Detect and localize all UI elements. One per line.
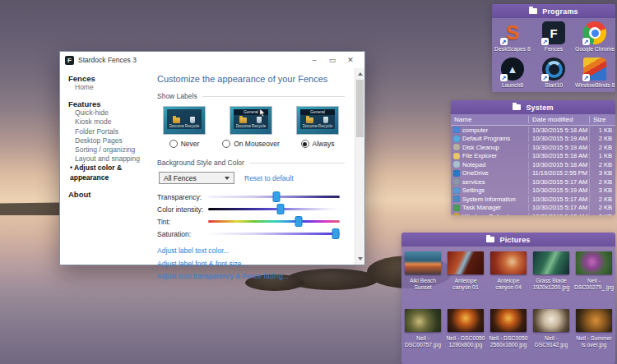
picture-item-grass-blade-1920x1200-jpg[interactable]: Grass Blade 1920x1200.jpg — [530, 247, 573, 304]
close-button[interactable]: ✕ — [341, 52, 360, 68]
picture-label: Neil - DSC0050 1280x800.jpg — [445, 335, 486, 348]
program-item-windowblinds-8[interactable]: ↗WindowBlinds 8 — [574, 56, 615, 92]
sidebar-header-features[interactable]: Features — [68, 99, 151, 108]
system-item-default-programs[interactable]: Default Programs10/30/2015 5:19 AM2 KB — [451, 135, 615, 144]
sidebar-item-layout-and-snapping[interactable]: Layout and snapping — [68, 154, 151, 164]
radio-option-on-mouseover[interactable]: On Mouseover — [222, 140, 280, 148]
picture-thumbnail — [576, 251, 612, 274]
radio-always[interactable] — [301, 140, 309, 148]
fence-pictures-titlebar[interactable]: Pictures — [401, 233, 615, 247]
sidebar-header-fences[interactable]: Fences — [68, 74, 151, 83]
slider-row-transparency: Transparency: — [157, 191, 345, 203]
sidebar-item-sorting-organizing[interactable]: Sorting / organizing — [68, 145, 151, 154]
picture-item-neil-dsc00757-jpg[interactable]: Neil - DSC00757.jpg — [401, 304, 444, 362]
picture-item-neil-summer-is-over-jpg[interactable]: Neil - Summer is over.jpg — [573, 304, 615, 362]
link-adjust-label-text-color[interactable]: Adjust label text color... — [157, 247, 345, 255]
picture-label: Neil - DSC9142.jpg — [531, 335, 572, 348]
picture-item-antelope-canyon-01-1920x1280-jpg[interactable]: Antelope canyon 01 1920x1280.jpg — [444, 247, 487, 304]
show-label-option-always: GeneralDocumentsRecycle BinAlways — [290, 106, 345, 148]
window-titlebar[interactable]: F Stardock Fences 3 – ▭ ✕ — [60, 52, 364, 68]
system-item-services[interactable]: services10/30/2015 5:17 AM2 KB — [451, 177, 615, 187]
scrollbar-thumb[interactable] — [356, 80, 364, 137]
slider-track[interactable] — [208, 233, 340, 235]
sidebar-header-about[interactable]: About — [68, 190, 151, 199]
program-item-deskscapes-8[interactable]: S↗DeskScapes 8 — [492, 20, 533, 56]
system-item-label: Task Manager — [462, 204, 501, 211]
slider-thumb[interactable] — [277, 204, 285, 214]
adjust-links: Adjust label text color...Adjust label f… — [157, 247, 345, 280]
fence-programs-titlebar[interactable]: Programs — [492, 4, 615, 18]
fence-system-titlebar[interactable]: System — [451, 100, 615, 114]
scroll-down-icon[interactable] — [358, 257, 363, 260]
system-item-disk-cleanup[interactable]: Disk Cleanup10/30/2015 5:19 AM2 KB — [451, 143, 615, 152]
picture-item-alki-beach-sunset-1920x1080-jpg[interactable]: Alki Beach Sunset 1920x1080.jpg — [401, 247, 444, 304]
mini-fence: DocumentsRecycle Bin — [167, 109, 202, 129]
program-item-launch8[interactable]: ▲↗Launch8 — [492, 56, 533, 92]
mini-icon-label: Documents — [169, 124, 184, 128]
picture-thumbnail — [533, 309, 569, 332]
system-item-date: 10/30/2015 5:17 AM — [528, 204, 589, 211]
system-item-computer[interactable]: computer10/30/2015 5:18 AM1 KB — [451, 126, 615, 135]
program-item-fences[interactable]: F↗Fences — [533, 20, 574, 56]
picture-item-neil-dsc0050-2560x1600-jpg[interactable]: Neil - DSC0050 2560x1600.jpg — [487, 304, 530, 362]
system-item-notepad[interactable]: Notepad10/30/2015 5:18 AM2 KB — [451, 160, 615, 169]
system-item-settings[interactable]: Settings10/30/2015 5:19 AM3 KB — [451, 187, 615, 196]
settings-content: Customize the appearance of your Fences … — [151, 68, 364, 265]
system-item-date: 10/30/2015 5:19 AM — [528, 144, 589, 151]
system-item-label: Notepad — [462, 161, 485, 168]
scroll-up-icon[interactable] — [358, 72, 363, 76]
slider-thumb[interactable] — [295, 216, 303, 227]
link-adjust-icon-transparency-fence-fading[interactable]: Adjust icon transparency & Fence fading.… — [157, 272, 345, 280]
radio-option-never[interactable]: Never — [169, 140, 200, 148]
system-item-date: 10/30/2015 5:17 AM — [528, 178, 589, 186]
fence-preview-on-mouseover: GeneralDocumentsRecycle Bin — [230, 106, 272, 135]
mini-fence: GeneralDocumentsRecycle Bin — [300, 109, 335, 129]
picture-item-neil-dsc9142-jpg[interactable]: Neil - DSC9142.jpg — [530, 304, 573, 362]
minimize-button[interactable]: – — [305, 52, 323, 68]
window-scrollbar[interactable] — [355, 68, 364, 265]
slider-thumb[interactable] — [332, 228, 340, 239]
maximize-button[interactable]: ▭ — [323, 52, 341, 68]
system-item-label: computer — [462, 127, 488, 134]
picture-item-neil-dsc00279-jpg[interactable]: Neil - DSC00279_.jpg — [573, 247, 615, 304]
radio-never[interactable] — [169, 140, 178, 148]
column-header-name[interactable]: Name — [451, 116, 528, 123]
recycle-bin-icon — [190, 117, 195, 123]
system-item-size: 2 KB — [589, 196, 615, 203]
picture-item-antelope-canyon-04-1920x1080-jpg[interactable]: Antelope canyon 04 1920x1080.jpg — [487, 247, 530, 304]
program-item-google-chrome[interactable]: ↗Google Chrome — [574, 20, 615, 56]
slider-thumb[interactable] — [273, 191, 281, 202]
slider-track[interactable] — [208, 208, 340, 210]
sidebar-item-home[interactable]: Home — [68, 83, 151, 92]
link-adjust-label-font-font-size[interactable]: Adjust label font & font size... — [157, 260, 345, 268]
radio-option-always[interactable]: Always — [301, 140, 335, 148]
column-header-size[interactable]: Size — [589, 116, 615, 123]
sidebar-item-kiosk-mode[interactable]: Kiosk mode — [68, 117, 151, 127]
system-item-task-manager[interactable]: Task Manager10/30/2015 5:17 AM2 KB — [451, 204, 615, 213]
shortcut-arrow-icon: ↗ — [541, 74, 549, 81]
picture-label: Antelope canyon 01 1920x1280.jpg — [445, 278, 486, 292]
fence-select-dropdown[interactable]: All Fences — [159, 172, 234, 184]
sidebar-item-desktop-pages[interactable]: Desktop Pages — [68, 136, 151, 145]
sidebar-item-adjust-color-appearance[interactable]: • Adjust color & appearance — [68, 164, 151, 182]
mini-icon: Recycle Bin — [252, 117, 267, 128]
sidebar-item-folder-portals[interactable]: Folder Portals — [68, 127, 151, 136]
slider-row-saturation: Saturation: — [157, 228, 345, 240]
slider-row-tint: Tint: — [157, 215, 345, 228]
sidebar-item-quick-hide[interactable]: Quick-hide — [68, 108, 151, 117]
picture-item-neil-dsc0050-1280x800-jpg[interactable]: Neil - DSC0050 1280x800.jpg — [444, 304, 487, 362]
radio-label: Never — [181, 140, 200, 148]
radio-on-mouseover[interactable] — [222, 140, 230, 148]
column-header-date-modified[interactable]: Date modified — [528, 116, 589, 123]
slider-intensity — [208, 203, 340, 215]
slider-track[interactable] — [208, 220, 340, 223]
system-item-system-information[interactable]: System Information10/30/2015 5:17 AM2 KB — [451, 195, 615, 204]
reset-to-default-link[interactable]: Reset to default — [244, 174, 294, 182]
program-item-start10[interactable]: ↗Start10 — [533, 56, 574, 92]
documents-folder-icon — [173, 117, 180, 123]
system-item-windows-defender[interactable]: Windows Defender10/30/2015 5:17 AM2 KB — [451, 212, 615, 215]
mini-fence-title: General — [300, 109, 335, 115]
system-item-onedrive[interactable]: OneDrive11/19/2015 2:55 PM3 KB — [451, 169, 615, 178]
system-item-file-explorer[interactable]: File Explorer10/30/2015 5:18 AM1 KB — [451, 152, 615, 161]
launch8-icon: ▲↗ — [501, 58, 524, 81]
